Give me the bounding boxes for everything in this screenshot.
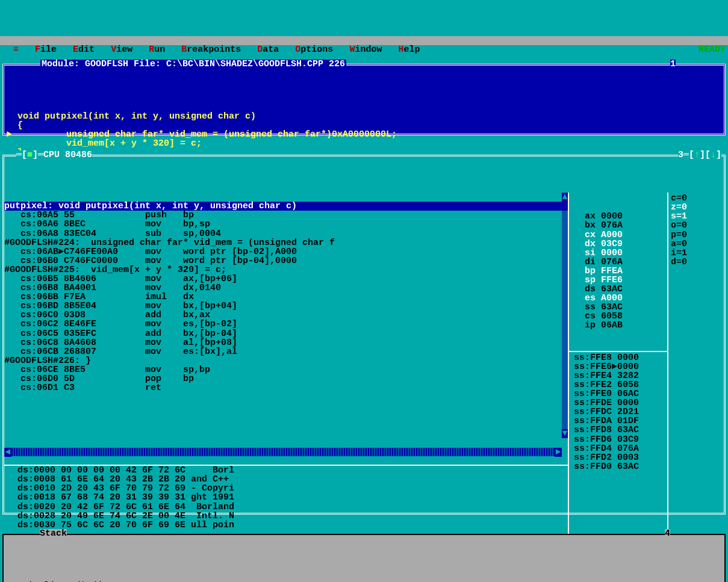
menu-window[interactable]: Window xyxy=(349,45,382,55)
flag-o[interactable]: o=0 xyxy=(671,221,702,230)
stack-mem-line[interactable]: ss:FFD8 63AC xyxy=(574,426,662,435)
disasm-line[interactable]: cs:06D1 C3 ret xyxy=(4,383,568,392)
register-cx[interactable]: cx A000 xyxy=(574,231,662,240)
cpu-window[interactable]: ═[■]═CPU 80486 3═[↑][↓] putpixel: void p… xyxy=(2,155,726,515)
disasm-line[interactable]: cs:06C5 035EFC add bx,[bp-04] xyxy=(4,329,568,338)
scroll-thumb[interactable] xyxy=(562,202,568,211)
dump-line[interactable]: ds:0008 61 6E 64 20 43 2B 2B 20 and C++ xyxy=(7,475,568,484)
horizontal-scrollbar[interactable]: ◄► xyxy=(4,448,562,456)
disasm-line[interactable]: cs:06B5 8B4606 mov ax,[bp+06] xyxy=(4,274,568,283)
register-ss[interactable]: ss 63AC xyxy=(574,303,662,312)
stack-mem-line[interactable]: ss:FFD0 63AC xyxy=(574,462,662,471)
stack-mem-line[interactable]: ss:FFDA 01DF xyxy=(574,416,662,426)
disasm-line[interactable]: cs:06CB 268807 mov es:[bx],al xyxy=(4,347,568,356)
register-ds[interactable]: ds 63AC xyxy=(574,285,662,294)
register-bx[interactable]: bx 076A xyxy=(574,221,662,230)
stack-mem-line[interactable]: ss:FFE2 6058 xyxy=(574,380,662,389)
disasm-line[interactable]: cs:06C8 8A4608 mov al,[bp+08] xyxy=(4,338,568,347)
stack-mem-line[interactable]: ss:FFDE 0000 xyxy=(574,398,662,407)
scroll-down-arrow-icon[interactable]: ▼ xyxy=(562,429,568,438)
scroll-up-icon[interactable]: ↑ xyxy=(694,150,700,160)
register-sp[interactable]: sp FFE6 xyxy=(574,276,662,285)
disasm-line[interactable]: #GOODFLSH#225: vid_mem[x + y * 320] = c; xyxy=(4,265,568,274)
flag-a[interactable]: a=0 xyxy=(671,240,702,249)
dump-line[interactable]: ds:0030 75 6C 6C 20 70 6F 69 6E ull poin xyxy=(7,521,568,530)
system-menu-icon[interactable]: ≡ xyxy=(13,45,19,55)
flag-s[interactable]: s=1 xyxy=(671,212,702,221)
stack-memory-pane[interactable]: ss:FFE8 0000ss:FFE6►0000ss:FFE4 3282ss:F… xyxy=(569,351,667,471)
register-di[interactable]: di 076A xyxy=(574,258,662,267)
disasm-line[interactable]: #GOODFLSH#224: unsigned char far* vid_me… xyxy=(4,238,568,247)
stack-window-number: 4 xyxy=(665,529,670,538)
flags-pane[interactable]: c=0z=0s=1o=0p=0a=0i=1d=0 xyxy=(668,193,705,549)
module-title: Module: GOODFLSH File: C:\BC\BIN\SHADEZ\… xyxy=(40,60,346,69)
scroll-down-icon[interactable]: ↓ xyxy=(711,150,716,160)
flag-d[interactable]: d=0 xyxy=(671,258,702,267)
disasm-line[interactable]: cs:06BB F7EA imul dx xyxy=(4,293,568,302)
scroll-left-arrow-icon[interactable]: ◄ xyxy=(4,448,11,457)
register-ip[interactable]: ip 06AB xyxy=(574,321,662,330)
disasm-line[interactable]: cs:06A5 55 push bp xyxy=(4,211,568,220)
menu-file[interactable]: File xyxy=(35,45,57,55)
menubar[interactable]: ≡ File Edit View Run Breakpoints Data Op… xyxy=(0,36,728,45)
disasm-line[interactable]: cs:06A8 83EC04 sub sp,0004 xyxy=(4,229,568,238)
menu-view[interactable]: View xyxy=(111,45,132,55)
flag-p[interactable]: p=0 xyxy=(671,231,702,240)
disasm-line[interactable]: cs:06C0 03D8 add bx,ax xyxy=(4,311,568,320)
stack-title: Stack xyxy=(40,529,67,538)
module-window-number: 1 xyxy=(670,60,676,69)
close-icon[interactable]: ■ xyxy=(27,150,33,160)
dump-line[interactable]: ds:0028 20 49 6E 74 6C 2E 00 4E Intl. N xyxy=(7,512,568,521)
register-ax[interactable]: ax 0000 xyxy=(574,212,662,221)
vertical-scrollbar[interactable]: ▲▼ xyxy=(562,193,568,438)
module-window[interactable]: Module: GOODFLSH File: C:\BC\BIN\SHADEZ\… xyxy=(2,64,726,135)
disasm-line[interactable]: cs:06B8 BA4001 mov dx,0140 xyxy=(4,283,568,293)
disasm-line[interactable]: #GOODFLSH#226: } xyxy=(4,356,568,365)
stack-mem-line[interactable]: ss:FFD4 076A xyxy=(574,444,662,453)
dump-line[interactable]: ds:0000 00 00 00 00 42 6F 72 6C Borl xyxy=(7,466,568,475)
disasm-line[interactable]: cs:06AB►C746FE00A0 mov word ptr [bp-02],… xyxy=(4,247,568,256)
disasm-line[interactable]: cs:06A6 8BEC mov bp,sp xyxy=(4,220,568,229)
function-signature[interactable]: putpixel: void putpixel(int x, int y, un… xyxy=(4,202,568,211)
source-line[interactable]: void putpixel(int x, int y, unsigned cha… xyxy=(7,111,256,122)
menu-breakpoints[interactable]: Breakpoints xyxy=(181,45,241,55)
status-ready: READY xyxy=(698,45,726,54)
call-stack-body[interactable]: putpixel(0,0,'\0') _main() xyxy=(4,571,724,582)
menu-data[interactable]: Data xyxy=(257,45,279,55)
flag-z[interactable]: z=0 xyxy=(671,203,702,212)
flag-i[interactable]: i=1 xyxy=(671,249,702,258)
disasm-line[interactable]: cs:06D0 5D pop bp xyxy=(4,374,568,383)
flag-c[interactable]: c=0 xyxy=(671,194,702,203)
register-si[interactable]: si 0000 xyxy=(574,249,662,258)
disasm-line[interactable]: cs:06C2 8E46FE mov es,[bp-02] xyxy=(4,320,568,329)
register-dx[interactable]: dx 03C9 xyxy=(574,240,662,249)
scroll-up-arrow-icon[interactable]: ▲ xyxy=(562,193,568,202)
call-stack-window[interactable]: Stack 4 putpixel(0,0,'\0') _main() xyxy=(2,534,726,582)
dump-line[interactable]: ds:0010 2D 20 43 6F 70 79 72 69 - Copyri xyxy=(7,484,568,493)
stack-mem-line[interactable]: ss:FFE8 0000 xyxy=(574,353,662,362)
menu-run[interactable]: Run xyxy=(149,45,165,55)
menu-edit[interactable]: Edit xyxy=(73,45,95,55)
source-code[interactable]: void putpixel(int x, int y, unsigned cha… xyxy=(4,102,724,159)
disasm-line[interactable]: cs:06B0 C746FC0000 mov word ptr [bp-04],… xyxy=(4,256,568,265)
dump-line[interactable]: ds:0020 20 42 6F 72 6C 61 6E 64 Borland xyxy=(7,503,568,512)
registers-pane[interactable]: ax 0000 bx 076A cx A000 dx 03C9 si 0000 … xyxy=(569,193,668,549)
stack-mem-line[interactable]: ss:FFE4 3282 xyxy=(574,371,662,380)
register-bp[interactable]: bp FFEA xyxy=(574,267,662,276)
menu-help[interactable]: Help xyxy=(398,45,420,55)
stack-mem-line[interactable]: ss:FFD2 0003 xyxy=(574,453,662,462)
register-cs[interactable]: cs 6058 xyxy=(574,312,662,321)
disassembly-pane[interactable]: putpixel: void putpixel(int x, int y, un… xyxy=(4,193,569,549)
stack-mem-line[interactable]: ss:FFE6►0000 xyxy=(574,362,662,371)
disasm-line[interactable]: cs:06BD 8B5E04 mov bx,[bp+04] xyxy=(4,302,568,311)
stack-mem-line[interactable]: ss:FFE0 06AC xyxy=(574,389,662,398)
source-line[interactable]: vid_mem[x + y * 320] = c; xyxy=(7,138,202,149)
disasm-line[interactable]: cs:06CE 8BE5 mov sp,bp xyxy=(4,365,568,374)
cpu-title: ═[■]═CPU 80486 xyxy=(16,150,92,159)
stack-mem-line[interactable]: ss:FFD6 03C9 xyxy=(574,435,662,444)
stack-mem-line[interactable]: ss:FFDC 2D21 xyxy=(574,407,662,416)
dump-line[interactable]: ds:0018 67 68 74 20 31 39 39 31 ght 1991 xyxy=(7,493,568,502)
scroll-right-arrow-icon[interactable]: ► xyxy=(555,448,562,457)
register-es[interactable]: es A000 xyxy=(574,294,662,303)
menu-options[interactable]: Options xyxy=(295,45,333,55)
